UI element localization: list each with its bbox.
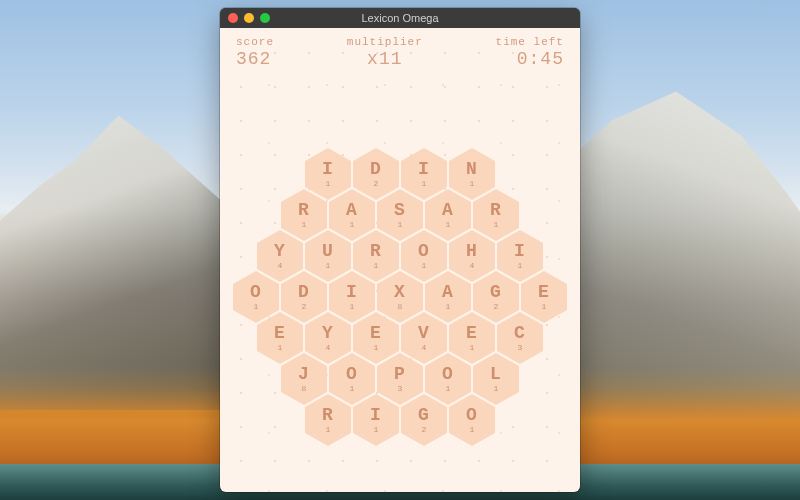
- traffic-lights: [228, 13, 270, 23]
- hex-points: 4: [422, 344, 427, 352]
- hex-letter: I: [346, 283, 358, 301]
- hex-row: R1I1G2O1: [220, 394, 580, 446]
- hex-points: 8: [302, 385, 307, 393]
- hex-letter: D: [298, 283, 310, 301]
- hex-letter: Y: [322, 324, 334, 342]
- hud-multiplier-value: x11: [347, 49, 423, 69]
- hex-letter: O: [418, 242, 430, 260]
- hex-letter: G: [418, 406, 430, 424]
- hex-tile[interactable]: R1: [305, 394, 351, 446]
- hex-points: 1: [326, 180, 331, 188]
- hex-letter: X: [394, 283, 406, 301]
- hex-letter: R: [490, 201, 502, 219]
- hex-points: 1: [446, 303, 451, 311]
- hex-letter: I: [370, 406, 382, 424]
- hex-letter: J: [298, 365, 310, 383]
- hex-letter: L: [490, 365, 502, 383]
- hex-letter: R: [322, 406, 334, 424]
- hex-points: 1: [302, 221, 307, 229]
- hud-multiplier-label: multiplier: [347, 36, 423, 48]
- hex-points: 2: [422, 426, 427, 434]
- hex-points: 1: [350, 303, 355, 311]
- hex-letter: A: [442, 283, 454, 301]
- game-area: score 362 multiplier x11 time left 0:45 …: [220, 28, 580, 492]
- hex-points: 2: [374, 180, 379, 188]
- hex-points: 1: [374, 344, 379, 352]
- hex-points: 4: [470, 262, 475, 270]
- hex-letter: N: [466, 160, 478, 178]
- hex-points: 1: [350, 385, 355, 393]
- hud-time-label: time left: [496, 36, 564, 48]
- hex-points: 1: [374, 262, 379, 270]
- hex-points: 8: [398, 303, 403, 311]
- hex-letter: A: [346, 201, 358, 219]
- hex-points: 1: [350, 221, 355, 229]
- hex-points: 1: [254, 303, 259, 311]
- hex-points: 1: [422, 262, 427, 270]
- hex-letter: O: [442, 365, 454, 383]
- hex-points: 4: [326, 344, 331, 352]
- hex-tile[interactable]: O1: [449, 394, 495, 446]
- hex-points: 3: [518, 344, 523, 352]
- window-title: Lexicon Omega: [228, 12, 572, 24]
- hex-letter: D: [370, 160, 382, 178]
- hex-letter: O: [346, 365, 358, 383]
- hex-letter: V: [418, 324, 430, 342]
- hex-points: 2: [302, 303, 307, 311]
- hud-score: score 362: [236, 36, 274, 69]
- hex-points: 4: [278, 262, 283, 270]
- hex-letter: I: [418, 160, 430, 178]
- hex-points: 1: [326, 426, 331, 434]
- hex-letter: P: [394, 365, 406, 383]
- hex-letter: E: [370, 324, 382, 342]
- hud-time: time left 0:45: [496, 36, 564, 69]
- hex-tile[interactable]: I1: [353, 394, 399, 446]
- minimize-icon[interactable]: [244, 13, 254, 23]
- hex-letter: E: [274, 324, 286, 342]
- close-icon[interactable]: [228, 13, 238, 23]
- hex-points: 1: [446, 385, 451, 393]
- hex-points: 1: [374, 426, 379, 434]
- titlebar[interactable]: Lexicon Omega: [220, 8, 580, 28]
- hud-score-value: 362: [236, 49, 274, 69]
- hex-points: 1: [278, 344, 283, 352]
- hud: score 362 multiplier x11 time left 0:45: [220, 28, 580, 69]
- hex-points: 1: [518, 262, 523, 270]
- hex-points: 1: [326, 262, 331, 270]
- hex-points: 1: [494, 385, 499, 393]
- hex-board: I1D2I1N1R1A1S1A1R1Y4U1R1O1H4I1O1D2I1X8A1…: [220, 148, 580, 468]
- hex-points: 1: [470, 344, 475, 352]
- hex-points: 1: [494, 221, 499, 229]
- hex-letter: E: [466, 324, 478, 342]
- hex-letter: A: [442, 201, 454, 219]
- hud-time-value: 0:45: [496, 49, 564, 69]
- hex-tile[interactable]: G2: [401, 394, 447, 446]
- hex-points: 2: [494, 303, 499, 311]
- hud-score-label: score: [236, 36, 274, 48]
- hud-multiplier: multiplier x11: [347, 36, 423, 69]
- hex-letter: G: [490, 283, 502, 301]
- hex-letter: R: [370, 242, 382, 260]
- zoom-icon[interactable]: [260, 13, 270, 23]
- app-window: Lexicon Omega score 362 multiplier x11 t…: [220, 8, 580, 492]
- hex-letter: O: [250, 283, 262, 301]
- hex-letter: I: [322, 160, 334, 178]
- hex-letter: R: [298, 201, 310, 219]
- hex-letter: O: [466, 406, 478, 424]
- hex-letter: S: [394, 201, 406, 219]
- hex-points: 1: [398, 221, 403, 229]
- hex-points: 3: [398, 385, 403, 393]
- hex-points: 1: [470, 180, 475, 188]
- hex-points: 1: [470, 426, 475, 434]
- hex-letter: Y: [274, 242, 286, 260]
- hex-points: 1: [446, 221, 451, 229]
- hex-letter: E: [538, 283, 550, 301]
- hex-letter: H: [466, 242, 478, 260]
- hex-letter: C: [514, 324, 526, 342]
- hex-points: 1: [422, 180, 427, 188]
- hex-points: 1: [542, 303, 547, 311]
- hex-letter: U: [322, 242, 334, 260]
- hex-letter: I: [514, 242, 526, 260]
